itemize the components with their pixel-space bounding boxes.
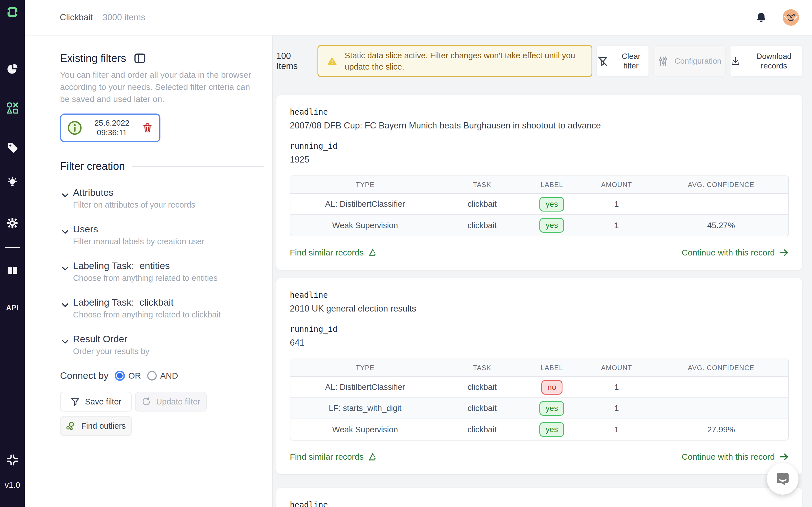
- sidebar-item-data-browser[interactable]: [0, 101, 25, 114]
- filter-group-users[interactable]: Users Filter manual labels by creation u…: [60, 224, 264, 246]
- label-badge: no: [541, 380, 562, 395]
- connect-or-label: OR: [128, 371, 141, 381]
- filter-group-result-order[interactable]: Result Order Order your results by: [60, 334, 264, 356]
- chat-bubble-icon: [775, 471, 791, 487]
- label-badge: yes: [539, 401, 564, 416]
- continue-with-record-link[interactable]: Continue with this record: [682, 247, 789, 258]
- chevron-down-icon: [60, 191, 70, 200]
- chevron-down-icon: [60, 228, 70, 237]
- sidebar-collapse-button[interactable]: [0, 453, 25, 466]
- radio-selected-icon: [115, 371, 125, 381]
- funnel-off-icon: [597, 55, 608, 67]
- table-row: AL: DistilbertClassifier clickbait no 1: [290, 377, 788, 398]
- topbar: Clickbait – 3000 items: [25, 0, 812, 36]
- app-logo[interactable]: [0, 6, 25, 18]
- api-label: API: [6, 304, 19, 312]
- table-header-row: TYPETASK LABELAMOUNT AVG. CONFIDENCE: [290, 176, 788, 193]
- pie-chart-icon: [6, 62, 18, 75]
- chevron-down-icon: [60, 301, 70, 310]
- project-name: Clickbait: [60, 12, 93, 22]
- info-icon: [67, 121, 82, 135]
- notifications-bell-icon[interactable]: [755, 11, 767, 24]
- saved-filter-timestamp: 25.6.2022 09:36:11: [82, 118, 142, 137]
- record-card: headline 2010 UK general election result…: [276, 278, 802, 474]
- download-records-button[interactable]: Download records: [730, 45, 802, 77]
- configuration-button[interactable]: Configuration: [653, 45, 726, 77]
- field-name-running-id: running_id: [290, 142, 789, 151]
- similarity-icon: [368, 452, 377, 462]
- continue-with-record-link[interactable]: Continue with this record: [682, 452, 789, 462]
- filter-group-description: Choose from anything related to clickbai…: [73, 310, 221, 320]
- records-main: 100 Items Static data slice active. Filt…: [273, 36, 812, 507]
- sidebar-item-docs[interactable]: [0, 265, 25, 277]
- filter-group-description: Order your results by: [73, 347, 149, 356]
- sidebar-item-heuristics[interactable]: [0, 175, 25, 187]
- label-badge: yes: [539, 218, 564, 233]
- warning-text: Static data slice active. Filter changes…: [345, 50, 583, 72]
- static-slice-warning-banner: Static data slice active. Filter changes…: [317, 45, 592, 77]
- headline-value: 2010 UK general election results: [290, 304, 789, 314]
- collapse-icon: [6, 453, 19, 466]
- arrow-right-icon: [779, 452, 789, 462]
- sidebar-item-labeling[interactable]: [0, 142, 25, 154]
- running-id-value: 641: [290, 338, 789, 348]
- connect-by-label: Connect by: [60, 370, 109, 381]
- version-label: v1.0: [5, 481, 20, 490]
- field-name-headline: headline: [290, 290, 789, 300]
- radio-unselected-icon: [147, 371, 157, 381]
- arrow-right-icon: [779, 247, 789, 258]
- gear-icon: [6, 217, 18, 229]
- similarity-icon: [368, 248, 377, 258]
- clear-filter-button[interactable]: Clear filter: [597, 45, 649, 77]
- field-name-headline: headline: [290, 107, 789, 117]
- panel-left-icon[interactable]: [133, 52, 146, 65]
- funnel-icon: [70, 397, 80, 406]
- connect-by-row: Connect by OR AND: [60, 370, 264, 381]
- category-shapes-icon: [6, 101, 19, 114]
- filter-group-label: Attributes: [73, 187, 195, 198]
- saved-filter-chip[interactable]: 25.6.2022 09:36:11: [60, 114, 160, 142]
- find-similar-records-link[interactable]: Find similar records: [290, 248, 377, 258]
- record-card: headline 2007/08 DFB Cup: FC Bayern Muni…: [276, 95, 802, 270]
- existing-filters-heading: Existing filters: [60, 52, 126, 64]
- label-badge: yes: [539, 197, 564, 212]
- connect-and-radio[interactable]: AND: [147, 371, 178, 381]
- sidebar-item-settings[interactable]: [0, 217, 25, 229]
- sidebar-item-overview[interactable]: [0, 62, 25, 75]
- project-items-count: – 3000 items: [95, 12, 146, 22]
- delete-filter-trash-icon[interactable]: [142, 122, 153, 133]
- connect-or-radio[interactable]: OR: [115, 371, 141, 381]
- lightbulb-icon: [6, 175, 18, 187]
- table-row: Weak Supervision clickbait yes 1 45.27%: [290, 215, 788, 236]
- refresh-icon: [142, 397, 151, 406]
- sidebar-divider: [5, 247, 20, 248]
- filter-panel: Existing filters You can filter and orde…: [25, 36, 273, 507]
- avatar-face-icon: [783, 9, 799, 25]
- filter-group-label: Labeling Task: entities: [73, 260, 218, 271]
- field-name-running-id: running_id: [290, 325, 789, 334]
- sidebar-item-api[interactable]: API: [0, 304, 25, 312]
- running-id-value: 1925: [290, 155, 789, 165]
- filter-group-label: Labeling Task: clickbait: [73, 297, 221, 308]
- app-version: v1.0: [0, 481, 25, 490]
- outliers-icon: [66, 421, 76, 431]
- table-row: AL: DistilbertClassifier clickbait yes 1: [290, 193, 788, 215]
- filter-group-label: Result Order: [73, 334, 149, 344]
- filter-group-task-clickbait[interactable]: Labeling Task: clickbait Choose from any…: [60, 297, 264, 320]
- filter-group-attributes[interactable]: Attributes Filter on attributes of your …: [60, 187, 264, 210]
- filter-group-label: Users: [73, 224, 204, 235]
- update-filter-button[interactable]: Update filter: [135, 392, 207, 411]
- chat-launcher-button[interactable]: [767, 463, 799, 495]
- filter-group-description: Filter on attributes of your records: [73, 200, 195, 210]
- sliders-icon: [658, 55, 669, 67]
- filter-creation-heading: Filter creation: [60, 160, 264, 172]
- existing-filters-description: You can filter and order all your data i…: [60, 69, 257, 105]
- user-avatar[interactable]: [783, 9, 799, 25]
- save-filter-button[interactable]: Save filter: [60, 392, 132, 411]
- tag-icon: [6, 142, 18, 154]
- find-similar-records-link[interactable]: Find similar records: [290, 452, 377, 462]
- filter-group-task-entities[interactable]: Labeling Task: entities Choose from anyt…: [60, 260, 264, 283]
- table-row: LF: starts_with_digit clickbait yes 1: [290, 398, 788, 419]
- filter-group-description: Filter manual labels by creation user: [73, 237, 204, 246]
- find-outliers-button[interactable]: Find outliers: [60, 416, 132, 436]
